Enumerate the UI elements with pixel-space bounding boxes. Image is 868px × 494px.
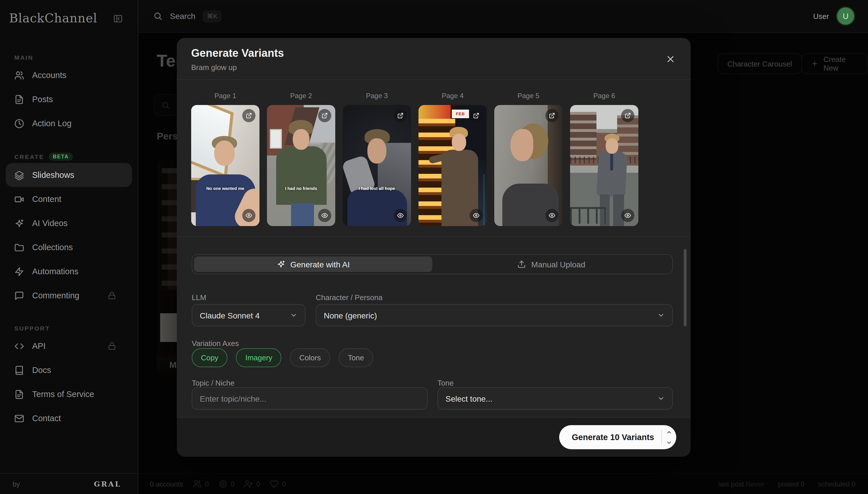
slide-caption: No one wanted me [195, 186, 255, 192]
open-external-icon[interactable] [546, 109, 558, 122]
page-label: Page 6 [570, 92, 639, 100]
page-5-thumbnail[interactable] [494, 105, 562, 226]
open-external-icon[interactable] [394, 109, 407, 122]
search-label: Search [170, 12, 196, 21]
tab-generate-with-ai[interactable]: Generate with AI [194, 256, 432, 272]
brand-logo: BlackChannel [9, 12, 97, 25]
upload-icon [518, 260, 526, 268]
sidebar: BlackChannel MAIN Accounts Posts Action … [0, 0, 138, 494]
section-label-support: SUPPORT [14, 325, 138, 331]
avatar[interactable]: U [836, 6, 855, 26]
sidebar-item-content[interactable]: Content [0, 187, 138, 211]
page-column: Page 5 [494, 92, 562, 226]
tab-manual-upload[interactable]: Manual Upload [432, 256, 670, 272]
variation-axes-chips: Copy Imagery Colors Tone [192, 348, 373, 367]
message-icon [14, 291, 24, 300]
close-icon[interactable] [665, 54, 676, 64]
variant-count-stepper[interactable] [662, 429, 676, 445]
page-1-thumbnail[interactable]: No one wanted me [191, 105, 259, 226]
search-icon [153, 12, 163, 21]
sidebar-item-collections[interactable]: Collections [0, 235, 138, 259]
user-menu[interactable]: User U [813, 0, 855, 32]
clock-icon [14, 118, 24, 128]
sparkles-icon [14, 218, 24, 228]
preview-eye-icon[interactable] [318, 209, 331, 222]
page-6-thumbnail[interactable] [570, 105, 639, 226]
sidebar-item-api[interactable]: API [0, 334, 138, 358]
modal-footer: Generate 10 Variants [177, 417, 690, 457]
chevron-down-icon [657, 395, 665, 402]
slide-caption: I had no friends [271, 186, 331, 192]
open-external-icon[interactable] [469, 109, 483, 122]
page-label: Page 4 [419, 92, 487, 100]
page-column: Page 2 I had no friends [267, 92, 335, 226]
modal-title: Generate Variants [191, 47, 284, 60]
axis-chip-colors[interactable]: Colors [290, 348, 330, 367]
by-label: by [13, 480, 20, 488]
code-icon [14, 341, 24, 351]
llm-label: LLM [192, 293, 206, 302]
page-4-thumbnail[interactable]: FEB [419, 105, 487, 226]
sidebar-header: BlackChannel [0, 0, 138, 37]
tone-select[interactable]: Select tone... [438, 387, 673, 410]
chevron-down-icon [657, 311, 665, 319]
sidebar-item-automations[interactable]: Automations [0, 259, 138, 283]
topic-niche-input[interactable] [192, 387, 428, 410]
zap-icon [14, 266, 24, 276]
file-text-icon [14, 94, 24, 104]
slide-caption: I had lost all hope [347, 186, 407, 192]
modal-scrollbar-thumb[interactable] [684, 249, 687, 326]
section-label-main: MAIN [14, 54, 138, 61]
sidebar-item-posts[interactable]: Posts [0, 87, 138, 111]
section-divider [177, 236, 690, 237]
video-icon [14, 194, 24, 204]
chevron-down-icon[interactable] [666, 439, 672, 445]
axis-chip-copy[interactable]: Copy [192, 348, 228, 367]
preview-eye-icon[interactable] [469, 209, 483, 222]
febo-sign: FEB [452, 110, 469, 118]
character-persona-select[interactable]: None (generic) [316, 304, 673, 326]
global-search[interactable]: Search ⌘K [153, 0, 221, 32]
sidebar-item-ai-videos[interactable]: AI Videos [0, 211, 138, 235]
chevron-up-icon[interactable] [666, 429, 672, 435]
sidebar-item-terms[interactable]: Terms of Service [0, 382, 138, 406]
page-column: Page 1 No one wanted me [191, 92, 259, 226]
variation-axes-label: Variation Axes [192, 339, 239, 348]
character-persona-label: Character / Persona [316, 293, 383, 302]
preview-eye-icon[interactable] [242, 209, 256, 222]
beta-badge: BETA [49, 153, 73, 160]
generate-variants-modal: Generate Variants Bram glow up Page 1 No… [177, 38, 690, 457]
sidebar-item-accounts[interactable]: Accounts [0, 63, 138, 87]
sidebar-item-docs[interactable]: Docs [0, 358, 138, 382]
page-thumbnails: Page 1 No one wanted me Page 2 I had no … [191, 92, 639, 226]
preview-eye-icon[interactable] [394, 209, 407, 222]
sidebar-item-commenting[interactable]: Commenting [0, 283, 138, 307]
modal-header: Generate Variants Bram glow up [177, 38, 690, 80]
page-column: Page 6 [570, 92, 639, 226]
llm-select[interactable]: Claude Sonnet 4 [192, 304, 306, 326]
collapse-sidebar-icon[interactable] [113, 14, 123, 23]
sidebar-item-slideshows[interactable]: Slideshows [6, 163, 132, 187]
topic-niche-label: Topic / Niche [192, 379, 235, 387]
gral-logo: GRAL [94, 480, 121, 488]
sidebar-item-action-log[interactable]: Action Log [0, 111, 138, 135]
upload-mode-tabs: Generate with AI Manual Upload [192, 254, 673, 274]
generate-variants-button[interactable]: Generate 10 Variants [559, 425, 676, 449]
page-label: Page 2 [267, 92, 335, 100]
axis-chip-imagery[interactable]: Imagery [236, 348, 282, 367]
layers-icon [14, 170, 24, 180]
preview-eye-icon[interactable] [621, 209, 634, 222]
folder-icon [14, 242, 24, 252]
users-icon [14, 70, 24, 80]
preview-eye-icon[interactable] [546, 209, 558, 222]
page-3-thumbnail[interactable]: I had lost all hope [343, 105, 411, 226]
page-2-thumbnail[interactable]: I had no friends [267, 105, 335, 226]
tone-label: Tone [438, 379, 454, 387]
open-external-icon[interactable] [621, 109, 634, 122]
open-external-icon[interactable] [242, 109, 256, 122]
sidebar-item-contact[interactable]: Contact [0, 406, 138, 430]
user-label: User [813, 12, 829, 20]
sidebar-footer: by GRAL [0, 473, 137, 494]
open-external-icon[interactable] [318, 109, 331, 122]
axis-chip-tone[interactable]: Tone [339, 348, 373, 367]
